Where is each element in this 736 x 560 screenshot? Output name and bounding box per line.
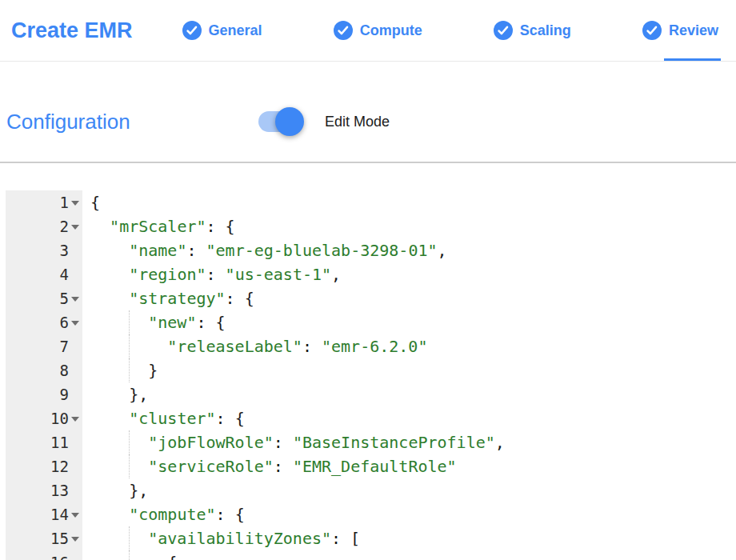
line-number: 6 (6, 310, 69, 334)
line-number: 14 (6, 502, 69, 526)
line-number: 7 (6, 334, 69, 358)
code-text: "name": "emr-eg-bluelab-3298-01", (90, 238, 447, 262)
line-number: 5 (6, 286, 69, 310)
code-line[interactable]: 15 "availabilityZones": [ (0, 526, 736, 550)
editor-lines: 1{2 "mrScaler": {3 "name": "emr-eg-bluel… (0, 190, 736, 560)
code-line[interactable]: 14 "compute": { (0, 502, 736, 526)
fold-arrow-icon[interactable] (71, 321, 79, 326)
code-text: "region": "us-east-1", (90, 262, 341, 286)
line-number: 10 (6, 406, 69, 430)
step-label: Compute (360, 22, 422, 39)
step-label: Scaling (520, 22, 571, 39)
line-number: 9 (6, 382, 69, 406)
configuration-row: Configuration Edit Mode (6, 106, 736, 137)
code-text: "serviceRole": "EMR_DefaultRole" (90, 454, 457, 478)
fold-arrow-icon[interactable] (71, 297, 79, 302)
fold-arrow-icon[interactable] (71, 513, 79, 518)
check-circle-icon (494, 21, 513, 40)
code-line[interactable]: 7 "releaseLabel": "emr-6.2.0" (0, 334, 736, 358)
code-line[interactable]: 11 "jobFlowRole": "BaseInstanceProfile", (0, 430, 736, 454)
code-line[interactable]: 1{ (0, 190, 736, 214)
code-line[interactable]: 4 "region": "us-east-1", (0, 262, 736, 286)
line-number: 3 (6, 238, 69, 262)
code-text: "compute": { (90, 502, 245, 526)
code-line[interactable]: 6 "new": { (0, 310, 736, 334)
code-text: }, (90, 478, 148, 502)
check-circle-icon (334, 21, 353, 40)
line-number: 15 (6, 526, 69, 550)
json-editor[interactable]: 1{2 "mrScaler": {3 "name": "emr-eg-bluel… (0, 190, 736, 560)
step-label: Review (669, 22, 718, 39)
line-number: 8 (6, 358, 69, 382)
code-text: "mrScaler": { (90, 214, 235, 238)
code-text: }, (90, 382, 148, 406)
section-divider (0, 162, 736, 163)
code-text: "releaseLabel": "emr-6.2.0" (90, 334, 427, 358)
line-number: 13 (6, 478, 69, 502)
code-text: "cluster": { (90, 406, 245, 430)
code-text: } (90, 358, 158, 382)
fold-arrow-icon[interactable] (71, 537, 79, 542)
step-label: General (209, 22, 262, 39)
code-line[interactable]: 5 "strategy": { (0, 286, 736, 310)
line-number: 16 (6, 550, 69, 560)
fold-arrow-icon[interactable] (71, 225, 79, 230)
line-number: 1 (6, 190, 69, 214)
line-number: 11 (6, 430, 69, 454)
code-line[interactable]: 8 } (0, 358, 736, 382)
code-line[interactable]: 2 "mrScaler": { (0, 214, 736, 238)
wizard-header: Create EMR GeneralComputeScalingReview (0, 0, 736, 62)
code-line[interactable]: 3 "name": "emr-eg-bluelab-3298-01", (0, 238, 736, 262)
check-circle-icon (642, 21, 662, 40)
code-text: "strategy": { (90, 286, 254, 310)
wizard-steps: GeneralComputeScalingReview (182, 0, 718, 61)
step-review[interactable]: Review (642, 0, 718, 61)
edit-mode-label: Edit Mode (325, 114, 390, 130)
code-text: "new": { (90, 310, 226, 334)
page-title: Create EMR (11, 18, 133, 43)
code-text: { (90, 190, 100, 214)
check-circle-icon (182, 21, 202, 40)
section-title: Configuration (6, 110, 258, 134)
fold-arrow-icon[interactable] (71, 417, 79, 422)
step-compute[interactable]: Compute (334, 0, 422, 61)
code-line[interactable]: 10 "cluster": { (0, 406, 736, 430)
line-number: 2 (6, 214, 69, 238)
line-number: 12 (6, 454, 69, 478)
fold-arrow-icon[interactable] (71, 201, 79, 206)
code-text: { (90, 550, 177, 560)
code-line[interactable]: 9 }, (0, 382, 736, 406)
line-number: 4 (6, 262, 69, 286)
edit-mode-toggle[interactable] (258, 111, 300, 132)
toggle-knob[interactable] (275, 107, 304, 136)
step-general[interactable]: General (182, 0, 262, 61)
code-text: "jobFlowRole": "BaseInstanceProfile", (90, 430, 505, 454)
code-text: "availabilityZones": [ (90, 526, 360, 550)
code-line[interactable]: 16 { (0, 550, 736, 560)
code-line[interactable]: 12 "serviceRole": "EMR_DefaultRole" (0, 454, 736, 478)
step-scaling[interactable]: Scaling (494, 0, 571, 61)
code-line[interactable]: 13 }, (0, 478, 736, 502)
